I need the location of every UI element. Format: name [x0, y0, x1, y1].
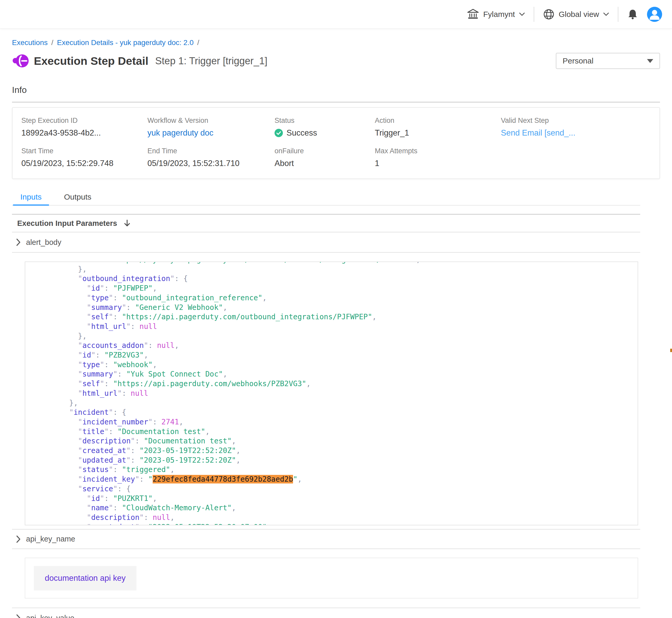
- code-line: "service": {: [25, 484, 638, 494]
- code-line: "type": "webhook",: [25, 360, 638, 370]
- param-row-api-key-value[interactable]: api_key_value: [12, 608, 640, 618]
- avatar[interactable]: [647, 7, 662, 22]
- code-line: "url": "https://fylamynt.pagerduty.com/s…: [25, 262, 638, 265]
- code-line: "description": null,: [25, 513, 638, 522]
- status-badge: Success: [286, 128, 317, 138]
- chevron-down-icon: [603, 12, 609, 16]
- code-line: "created_at": "2023-05-19T22:52:20Z",: [25, 446, 638, 455]
- workflow-brand-icon: [12, 53, 29, 69]
- workflow-link[interactable]: yuk pagerduty doc: [148, 128, 274, 138]
- breadcrumb-link-executions[interactable]: Executions: [12, 38, 48, 47]
- code-line: "accounts_addon": null,: [25, 341, 638, 350]
- field-action: Action Trigger_1: [375, 117, 501, 138]
- code-line: "created_at": "2023-05-19T22:52:20-07:00…: [25, 522, 638, 525]
- code-line: "summary": "Generic V2 Webhook",: [25, 303, 638, 313]
- json-code-lines: "url": "https://fylamynt.pagerduty.com/s…: [25, 262, 638, 525]
- code-line: },: [25, 331, 638, 341]
- breadcrumb: Executions / Execution Details - yuk pag…: [12, 38, 660, 47]
- field-max-attempts: Max Attempts 1: [375, 147, 501, 168]
- view-dropdown[interactable]: Global view: [543, 9, 609, 20]
- code-line: "incident_number": 2741,: [25, 417, 638, 427]
- param-label-api-key-name: api_key_name: [26, 535, 75, 543]
- code-line: "incident": {: [25, 408, 638, 417]
- param-row-api-key-name[interactable]: api_key_name: [12, 529, 640, 549]
- code-line: "self": "https://api.pagerduty.com/webho…: [25, 379, 638, 389]
- param-label-api-key-value: api_key_value: [26, 614, 74, 618]
- code-line: "id": "PJFWPEP",: [25, 284, 638, 293]
- code-line: "id": "PZB2VG3",: [25, 350, 638, 360]
- code-line: "html_url": null: [25, 389, 638, 398]
- notifications-button[interactable]: [627, 9, 638, 20]
- code-line: "status": "triggered",: [25, 465, 638, 475]
- code-line: "updated_at": "2023-05-19T22:52:20Z",: [25, 455, 638, 465]
- field-end-time: End Time 05/19/2023, 15:52:31.710: [148, 147, 274, 168]
- code-line: "html_url": null: [25, 322, 638, 331]
- api-key-name-chip: documentation api key: [34, 566, 137, 591]
- execution-input-parameters-header: Execution Input Parameters: [12, 215, 640, 232]
- info-section-heading: Info: [12, 85, 660, 95]
- code-line: "type": "outbound_integration_reference"…: [25, 293, 638, 303]
- json-code-block[interactable]: "url": "https://fylamynt.pagerduty.com/s…: [25, 262, 638, 525]
- action-value: Trigger_1: [375, 128, 501, 138]
- code-line: "summary": "Yuk Spot Connect Doc",: [25, 370, 638, 379]
- topbar-divider: [618, 7, 618, 22]
- step-execution-id-value: 18992a43-9538-4b2...: [21, 128, 148, 138]
- topbar: Fylamynt Global view: [0, 0, 672, 29]
- select-caret-icon: [647, 59, 653, 63]
- bell-icon: [627, 9, 638, 20]
- page-title: Execution Step Detail: [34, 55, 149, 68]
- tab-inputs[interactable]: Inputs: [13, 191, 49, 206]
- valid-next-step-link[interactable]: Send Email [send_...: [501, 128, 660, 138]
- page-header: Execution Step Detail Step 1: Trigger [t…: [12, 53, 660, 69]
- param-row-alert-body[interactable]: alert_body: [12, 232, 640, 253]
- code-line: },: [25, 398, 638, 408]
- execution-input-parameters-label: Execution Input Parameters: [17, 219, 117, 228]
- globe-icon: [543, 9, 555, 20]
- start-time-value: 05/19/2023, 15:52:29.748: [21, 159, 148, 168]
- scope-select[interactable]: Personal: [556, 53, 660, 69]
- api-key-name-value-panel: documentation api key: [25, 557, 638, 599]
- field-valid-next-step: Valid Next Step Send Email [send_...: [501, 117, 660, 138]
- code-line: "name": "CloudWatch-Memory-Alert",: [25, 503, 638, 513]
- page-subtitle: Step 1: Trigger [trigger_1]: [155, 56, 267, 67]
- chevron-right-icon: [16, 614, 21, 618]
- scrollbar-highlight-marker: [670, 349, 672, 352]
- field-workflow-version: Workflow & Version yuk pagerduty doc: [148, 117, 274, 138]
- onfailure-value: Abort: [274, 159, 375, 168]
- field-empty: [501, 147, 660, 168]
- param-label-alert-body: alert_body: [26, 238, 61, 247]
- tab-bar: Inputs Outputs: [12, 191, 640, 206]
- success-check-icon: [274, 129, 283, 137]
- view-label: Global view: [559, 10, 599, 19]
- code-line: "self": "https://api.pagerduty.com/outbo…: [25, 312, 638, 322]
- code-line: "title": "Documentation test",: [25, 427, 638, 437]
- tab-outputs[interactable]: Outputs: [57, 191, 99, 205]
- bank-icon: [467, 9, 479, 20]
- org-label: Fylamynt: [483, 10, 515, 19]
- org-dropdown[interactable]: Fylamynt: [467, 9, 525, 20]
- breadcrumb-separator: /: [51, 38, 54, 47]
- topbar-divider: [534, 7, 534, 22]
- chevron-down-icon: [519, 12, 525, 16]
- field-status: Status Success: [274, 117, 375, 138]
- info-card: Step Execution ID 18992a43-9538-4b2... W…: [12, 107, 660, 179]
- field-onfailure: onFailure Abort: [274, 147, 375, 168]
- code-line: "outbound_integration": {: [25, 274, 638, 284]
- chevron-right-icon: [16, 535, 21, 543]
- chevron-right-icon: [16, 238, 21, 246]
- breadcrumb-link-execution-details[interactable]: Execution Details - yuk pagerduty doc: 2…: [57, 38, 194, 47]
- code-line: },: [25, 265, 638, 274]
- breadcrumb-separator: /: [197, 38, 199, 47]
- search-highlight: 229efec8feda44778d3fe692b28aed2b: [153, 475, 293, 484]
- code-line: "description": "Documentation test",: [25, 436, 638, 446]
- field-start-time: Start Time 05/19/2023, 15:52:29.748: [21, 147, 148, 168]
- field-step-execution-id: Step Execution ID 18992a43-9538-4b2...: [21, 117, 148, 138]
- section-divider: [12, 102, 660, 103]
- max-attempts-value: 1: [375, 159, 501, 168]
- download-arrow-icon[interactable]: [123, 220, 131, 227]
- scope-select-value: Personal: [563, 57, 593, 65]
- code-line: "incident_key": "229efec8feda44778d3fe69…: [25, 475, 638, 484]
- main-content: Executions / Execution Details - yuk pag…: [0, 38, 672, 618]
- code-line: "id": "PUZKRT1",: [25, 494, 638, 504]
- end-time-value: 05/19/2023, 15:52:31.710: [148, 159, 274, 168]
